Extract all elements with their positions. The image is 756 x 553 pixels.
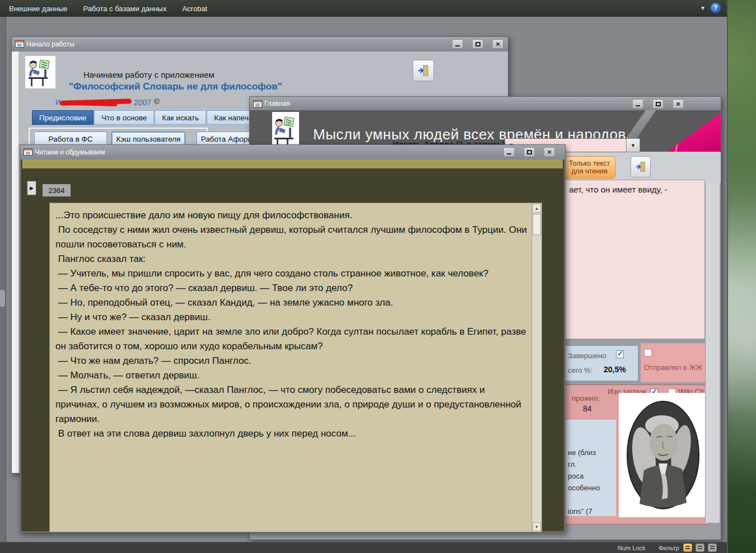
close-button[interactable]: × xyxy=(492,39,503,49)
start-titlebar[interactable]: Начало работы × xyxy=(12,37,508,51)
design-view-icon[interactable] xyxy=(708,543,717,552)
chevron-down-icon[interactable]: ▾ xyxy=(701,4,704,12)
scroll-up-icon[interactable]: ▲ xyxy=(533,204,541,213)
text-scrollbar[interactable]: ▲ ▼ xyxy=(531,203,542,532)
main-title: Главная xyxy=(264,100,290,107)
filter-indicator: Фильтр xyxy=(659,545,679,551)
percent-label: сего %: xyxy=(568,366,592,374)
start-intro-text: Начинаем работу с приложением xyxy=(83,70,214,79)
completed-checkbox[interactable] xyxy=(616,350,624,358)
main-titlebar[interactable]: Главная × xyxy=(250,97,721,110)
ribbon-tab-database-tools[interactable]: Работа с базами данных xyxy=(76,1,175,16)
screen: Внешние данные Работа с базами данных Ac… xyxy=(0,0,756,553)
tab-how-to-search[interactable]: Как искать xyxy=(155,110,206,125)
sent-lj-panel: Отправлял в ЖЖ xyxy=(641,343,709,382)
form-icon xyxy=(15,40,24,48)
minimize-button[interactable] xyxy=(632,99,643,109)
aphorism-textbox[interactable]: ...Это происшествие дало им новую пищу д… xyxy=(49,203,542,532)
sent-lj-label: Отправлял в ЖЖ xyxy=(644,363,703,372)
record-id-field[interactable]: 2364 xyxy=(43,184,71,196)
reader-title: Читаем и обдумываем xyxy=(35,148,105,156)
workspace: Начало работы × xyxy=(0,17,727,542)
copyright-icon: © xyxy=(154,97,160,106)
form-icon xyxy=(253,100,262,107)
exit-door-button[interactable] xyxy=(631,156,651,177)
form-view-icon[interactable] xyxy=(683,543,692,552)
start-tab-strip: Предисловие Что в основе Как искать Как … xyxy=(32,110,275,125)
navigation-pane-collapsed[interactable] xyxy=(0,17,6,542)
read-only-text-button[interactable]: Только текст для чтения xyxy=(563,156,615,179)
red-scribble-2 xyxy=(72,102,117,106)
lived-label: прожил: xyxy=(572,394,600,402)
help-button[interactable]: ? xyxy=(710,2,721,13)
percent-value: 20,5% xyxy=(604,365,626,374)
main-right-scroll-area[interactable] xyxy=(705,183,720,523)
app-title-text: "Философский Словарь не для философов" xyxy=(69,81,282,92)
reader-titlebar[interactable]: Читаем и обдумываем × xyxy=(20,145,565,160)
minimize-button[interactable] xyxy=(452,39,463,49)
start-title: Начало работы xyxy=(26,40,74,48)
completed-panel: Завершено сего %: 20,5% xyxy=(563,346,638,381)
reader-body: ▶ 2364 ...Это происшествие дало им новую… xyxy=(20,160,565,532)
comment-textbox[interactable]: ает, что он имеет ввиду, - xyxy=(565,180,705,339)
exit-door-button[interactable] xyxy=(413,60,434,81)
maximize-button[interactable] xyxy=(652,99,664,109)
sent-lj-checkbox[interactable] xyxy=(644,349,652,357)
numlock-indicator: Num Lock xyxy=(618,545,646,551)
access-app-window: Внешние данные Работа с базами данных Ac… xyxy=(0,0,728,553)
year-text: 2007 xyxy=(134,98,151,107)
record-selector[interactable]: ▶ xyxy=(27,181,36,195)
voltaire-portrait xyxy=(619,393,707,517)
combo-dropdown-button[interactable]: ▼ xyxy=(626,138,640,152)
maximize-button[interactable] xyxy=(524,147,535,157)
ribbon-tab-external-data[interactable]: Внешние данные xyxy=(1,1,76,16)
ribbon-tab-acrobat[interactable]: Acrobat xyxy=(174,1,215,16)
scrollbar-thumb[interactable] xyxy=(533,214,541,235)
close-button[interactable]: × xyxy=(673,99,684,109)
bio-fragment-textbox[interactable]: не (близ гл. роса особенно ions" (7 xyxy=(564,420,616,516)
tab-basis[interactable]: Что в основе xyxy=(94,110,154,125)
tab-preface[interactable]: Предисловие xyxy=(32,110,94,125)
datasheet-view-icon[interactable] xyxy=(696,543,704,552)
maximize-button[interactable] xyxy=(472,39,483,49)
form-icon xyxy=(24,148,32,156)
ribbon-bar: Внешние данные Работа с базами данных Ac… xyxy=(0,0,727,17)
status-bar: Num Lock Фильтр xyxy=(0,542,727,553)
minimize-button[interactable] xyxy=(503,147,515,157)
lived-value: 84 xyxy=(583,404,592,413)
window-reader: Читаем и обдумываем × ▶ 2364 ...Это прои… xyxy=(20,144,566,533)
reader-header-strip xyxy=(22,160,563,169)
author-info-panel: Изо загруж Wiki Cit прожил: 84 не (близ … xyxy=(562,385,709,524)
philosopher-cartoon-image xyxy=(25,56,55,88)
completed-label: Завершено xyxy=(568,352,606,360)
close-button[interactable]: × xyxy=(544,147,555,157)
scroll-down-icon[interactable]: ▼ xyxy=(533,522,541,531)
navigation-pane-handle[interactable] xyxy=(0,290,5,307)
